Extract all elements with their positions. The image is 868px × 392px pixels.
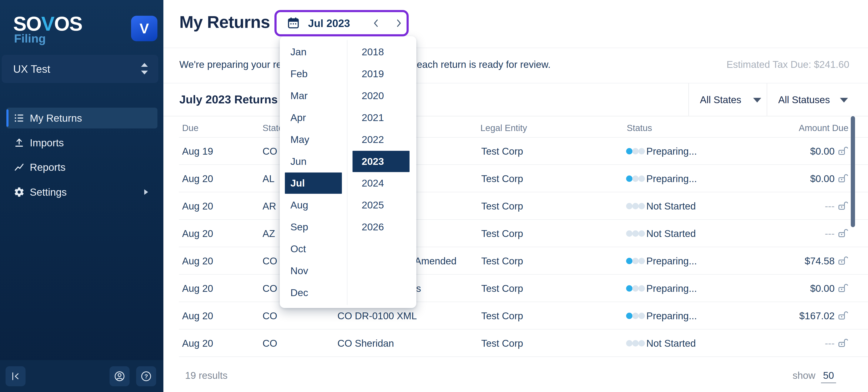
unlock-icon[interactable]	[837, 329, 848, 357]
status-dots	[626, 329, 645, 357]
app-tile[interactable]: V	[131, 16, 157, 41]
previous-month-button[interactable]	[371, 18, 382, 29]
month-option-feb[interactable]: Feb	[285, 63, 342, 85]
status-dot	[626, 203, 632, 209]
month-option-mar[interactable]: Mar	[285, 85, 342, 106]
table-row[interactable]: Aug 20COAmendedTest CorpPreparing...$74.…	[163, 247, 868, 274]
help-button[interactable]: ?	[136, 366, 156, 386]
banner-message: each return is ready for review.	[417, 59, 551, 70]
status-dots	[626, 192, 645, 220]
help-icon: ?	[140, 370, 152, 382]
status-dots	[626, 302, 645, 329]
table-row[interactable]: Aug 19COTest CorpPreparing...$0.00	[163, 137, 868, 165]
status-filter[interactable]: All Statuses	[778, 94, 830, 105]
month-option-aug[interactable]: Aug	[285, 194, 342, 216]
chevron-down-icon	[141, 71, 148, 74]
year-option-2021[interactable]: 2021	[352, 107, 409, 128]
unlock-icon[interactable]	[837, 165, 848, 192]
upload-icon	[13, 137, 25, 148]
amount-cell: ---	[825, 329, 835, 357]
sidebar-item-my-returns[interactable]: My Returns	[6, 108, 157, 128]
divider	[163, 83, 868, 84]
month-option-nov[interactable]: Nov	[285, 260, 342, 282]
divider	[688, 83, 689, 116]
legal-entity-cell: Test Corp	[481, 165, 523, 192]
org-switcher[interactable]: UX Test	[2, 55, 158, 83]
amount-cell: $0.00	[810, 274, 835, 302]
month-option-sep[interactable]: Sep	[285, 216, 342, 237]
date-picker-button[interactable]: Jul 2023	[274, 10, 409, 36]
status-dot	[626, 230, 632, 237]
table-header-due: Due	[182, 123, 198, 133]
status-dot	[639, 175, 645, 182]
divider	[163, 116, 868, 116]
status-dot	[632, 258, 639, 264]
status-dot	[632, 175, 639, 182]
tile-letter: V	[140, 21, 149, 37]
collapse-sidebar-button[interactable]	[5, 366, 26, 386]
sidebar-item-label: Reports	[30, 161, 65, 173]
month-option-oct[interactable]: Oct	[285, 238, 342, 260]
unlock-icon[interactable]	[837, 274, 848, 302]
chevron-down-icon[interactable]	[753, 98, 761, 102]
table-row[interactable]: Aug 20COCO SheridanTest CorpNot Started-…	[163, 329, 868, 357]
account-icon	[114, 370, 126, 382]
table-row[interactable]: Aug 20AZTest CorpNot Started---	[163, 220, 868, 247]
account-button[interactable]	[110, 366, 130, 386]
sidebar-item-settings[interactable]: Settings	[6, 182, 157, 202]
sidebar-item-imports[interactable]: Imports	[6, 132, 157, 153]
amount-cell: ---	[825, 220, 835, 247]
table-header-legal-entity: Legal Entity	[480, 123, 527, 133]
legal-entity-cell: Test Corp	[481, 302, 523, 329]
sidebar-item-reports[interactable]: Reports	[6, 157, 157, 177]
month-option-jul[interactable]: Jul	[285, 172, 342, 194]
month-option-jan[interactable]: Jan	[285, 41, 342, 63]
chevron-down-icon[interactable]	[840, 98, 848, 102]
table-row[interactable]: Aug 20COsTest CorpPreparing...$0.00	[163, 274, 868, 302]
month-option-jun[interactable]: Jun	[285, 151, 342, 172]
sidebar: SOVOS Filing V UX Test My ReturnsImports…	[0, 0, 163, 392]
status-dot	[632, 285, 639, 292]
month-option-dec[interactable]: Dec	[285, 282, 342, 303]
sidebar-item-label: My Returns	[30, 112, 82, 124]
page-size-value[interactable]: 50	[821, 370, 836, 383]
calendar-icon	[287, 17, 300, 30]
year-option-2022[interactable]: 2022	[352, 129, 409, 150]
amount-cell: $0.00	[810, 165, 835, 192]
year-option-2025[interactable]: 2025	[352, 194, 409, 216]
unlock-icon[interactable]	[837, 247, 848, 274]
year-option-2019[interactable]: 2019	[352, 63, 409, 85]
section-title: July 2023 Returns	[179, 93, 278, 106]
month-year-dropdown: JanFebMarAprMayJunJulAugSepOctNovDec 201…	[280, 36, 416, 308]
year-option-2023[interactable]: 2023	[352, 151, 409, 172]
unlock-icon[interactable]	[837, 137, 848, 165]
form-cell: CO Sheridan	[337, 329, 394, 357]
table-row[interactable]: Aug 20ALTest CorpPreparing...$0.00	[163, 165, 868, 192]
state-cell: CO	[262, 137, 277, 165]
unlock-icon[interactable]	[837, 302, 848, 329]
unlock-icon[interactable]	[837, 192, 848, 220]
year-option-2018[interactable]: 2018	[352, 41, 409, 63]
month-option-apr[interactable]: Apr	[285, 107, 342, 128]
status-dot	[632, 203, 639, 209]
table-row[interactable]: Aug 20ARTest CorpNot Started---	[163, 192, 868, 220]
status-dot	[626, 148, 632, 155]
next-month-button[interactable]	[393, 18, 404, 29]
month-option-may[interactable]: May	[285, 129, 342, 150]
year-option-2020[interactable]: 2020	[352, 85, 409, 106]
status-dot	[632, 313, 639, 319]
state-filter[interactable]: All States	[700, 94, 741, 105]
unlock-icon[interactable]	[837, 220, 848, 247]
page-size-control[interactable]: show 50	[793, 370, 836, 383]
year-option-2024[interactable]: 2024	[352, 172, 409, 194]
due-cell: Aug 20	[182, 247, 213, 274]
state-cell: CO	[262, 247, 277, 274]
vertical-scrollbar[interactable]	[851, 116, 855, 227]
year-option-2026[interactable]: 2026	[352, 216, 409, 237]
status-dot	[639, 285, 645, 292]
due-cell: Aug 20	[182, 274, 213, 302]
status-cell: Preparing...	[646, 247, 697, 274]
status-dot	[639, 203, 645, 209]
state-cell: CO	[262, 302, 277, 329]
table-row[interactable]: Aug 20COCO DR-0100 XMLTest CorpPreparing…	[163, 302, 868, 329]
